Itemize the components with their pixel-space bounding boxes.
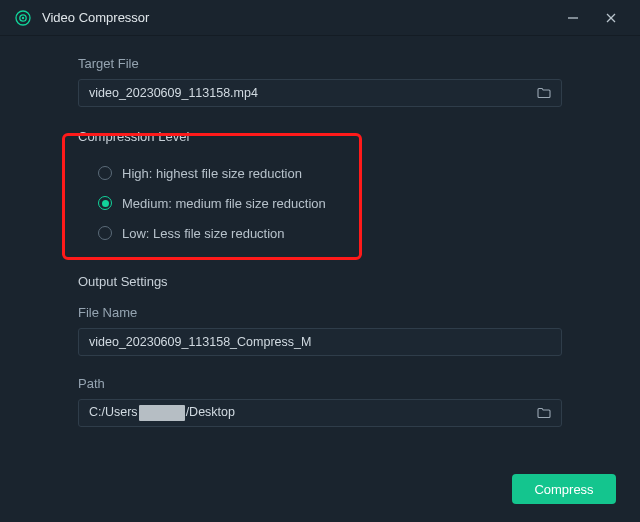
titlebar: Video Compressor: [0, 0, 640, 36]
target-file-value: video_20230609_113158.mp4: [89, 86, 533, 100]
folder-icon: [536, 85, 552, 101]
path-field[interactable]: C:/Users/Desktop: [78, 399, 562, 427]
target-file-label: Target File: [78, 56, 562, 71]
footer-actions: Compress: [512, 474, 616, 504]
radio-label: High: highest file size reduction: [122, 166, 302, 181]
browse-path-button[interactable]: [533, 402, 555, 424]
radio-label: Low: Less file size reduction: [122, 226, 285, 241]
compress-button[interactable]: Compress: [512, 474, 616, 504]
browse-target-button[interactable]: [533, 82, 555, 104]
radio-icon: [98, 226, 112, 240]
redacted-username: [139, 405, 185, 421]
app-title: Video Compressor: [42, 10, 554, 25]
close-button[interactable]: [592, 0, 630, 36]
path-label: Path: [78, 376, 562, 391]
app-logo-icon: [14, 9, 32, 27]
radio-icon: [98, 196, 112, 210]
radio-label: Medium: medium file size reduction: [122, 196, 326, 211]
compression-level-title: Compression Level: [78, 129, 562, 144]
folder-icon: [536, 405, 552, 421]
output-settings-section: Output Settings File Name video_20230609…: [78, 274, 562, 427]
radio-option-medium[interactable]: Medium: medium file size reduction: [98, 188, 562, 218]
minimize-button[interactable]: [554, 0, 592, 36]
compression-radio-group: High: highest file size reduction Medium…: [78, 158, 562, 248]
compression-level-section: Compression Level High: highest file siz…: [78, 129, 562, 248]
file-name-value: video_20230609_113158_Compress_M: [89, 335, 555, 349]
target-file-section: Target File video_20230609_113158.mp4: [78, 56, 562, 107]
file-name-field[interactable]: video_20230609_113158_Compress_M: [78, 328, 562, 356]
radio-option-low[interactable]: Low: Less file size reduction: [98, 218, 562, 248]
svg-point-2: [22, 16, 24, 18]
content-area: Target File video_20230609_113158.mp4 Co…: [0, 36, 640, 427]
path-value: C:/Users/Desktop: [89, 405, 533, 421]
radio-option-high[interactable]: High: highest file size reduction: [98, 158, 562, 188]
target-file-field[interactable]: video_20230609_113158.mp4: [78, 79, 562, 107]
radio-icon: [98, 166, 112, 180]
output-settings-title: Output Settings: [78, 274, 562, 289]
app-window: Video Compressor Target File video_20230…: [0, 0, 640, 522]
file-name-label: File Name: [78, 305, 562, 320]
